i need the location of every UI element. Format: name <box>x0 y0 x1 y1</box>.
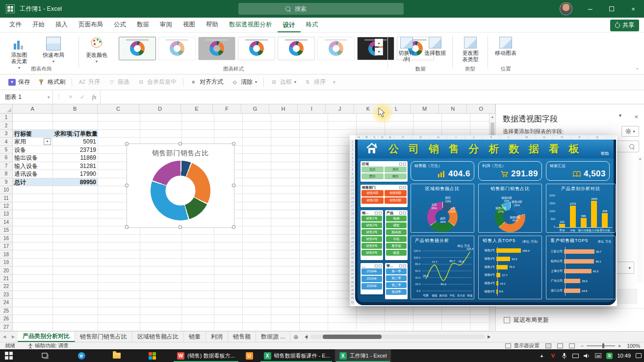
selection-handle[interactable] <box>232 142 235 145</box>
zoom-level[interactable]: 100% <box>627 343 640 349</box>
chart-style-thumbnail-1[interactable] <box>119 37 156 60</box>
taskbar-app[interactable]: U <box>241 349 258 362</box>
checkbox-icon[interactable] <box>504 317 510 323</box>
column-header-E[interactable]: E <box>181 104 213 113</box>
more-dots-icon[interactable]: ⋮ <box>53 90 65 104</box>
pivot-row[interactable]: 设备23719 <box>13 146 98 154</box>
display-settings-button[interactable]: 显示器设置 <box>505 342 540 349</box>
antivirus-tray-icon[interactable]: V <box>549 352 556 359</box>
row-header-3[interactable]: 3 <box>0 130 12 138</box>
row-header-17[interactable]: 17 <box>0 242 12 250</box>
hidden-icons-chevron[interactable]: ▲ <box>538 352 545 359</box>
accessibility-status[interactable]: 辅助功能: 调查 <box>28 342 69 349</box>
maximize-button[interactable] <box>601 0 622 18</box>
tab-文件[interactable]: 文件 <box>4 18 27 32</box>
ime-tray-icon[interactable]: ⌨ <box>594 352 601 359</box>
row-header-22[interactable]: 22 <box>0 283 12 290</box>
zoom-in-icon[interactable]: + <box>618 343 621 349</box>
selection-handle[interactable] <box>125 184 129 187</box>
pane-scrollbar[interactable]: ▲ <box>637 155 643 283</box>
slicer-button-销售1号[interactable]: 销售1号 <box>361 216 382 221</box>
row-header-11[interactable]: 11 <box>0 194 12 202</box>
selection-handle[interactable] <box>232 184 235 187</box>
multiselect-icon[interactable] <box>375 212 378 215</box>
slicer-button-键盘[interactable]: 键盘 <box>386 222 407 228</box>
slicer-button-电脑[interactable]: 电脑 <box>386 216 407 221</box>
slicer-button-南区[interactable]: 南区 <box>385 173 407 179</box>
column-header-C[interactable]: C <box>98 104 139 113</box>
row-header-9[interactable]: 9 <box>0 178 12 186</box>
slicer-button-路由器[interactable]: 路由器 <box>386 229 407 235</box>
slicer-button-第二季[interactable]: 第二季 <box>386 275 407 281</box>
column-header-F[interactable]: F <box>213 104 241 113</box>
row-headers[interactable]: 1234567891011121314151617181920212223242… <box>0 114 13 331</box>
slicer-button-北区[interactable]: 北区 <box>361 167 384 172</box>
change-colors-button[interactable]: 更改颜色▾ <box>81 34 112 65</box>
taskbar-app[interactable]: X销售数据看板课件 - E... <box>259 349 333 362</box>
column-header-O[interactable]: O <box>467 104 495 113</box>
select-all-corner[interactable] <box>0 104 13 114</box>
slicer-button-销售5号[interactable]: 销售5号 <box>361 243 382 249</box>
slicer-button-2020年[interactable]: 2020年 <box>361 283 382 290</box>
row-header-20[interactable]: 20 <box>0 266 12 274</box>
slicer-区域[interactable]: 区域北区东区西区南区 <box>361 161 408 182</box>
pivot-row-label-header[interactable]: 行标签▾ <box>13 130 53 138</box>
slicer-button-西区[interactable]: 西区 <box>361 173 384 179</box>
slicer-季…[interactable]: 季…第一季第二季第三季第四季 <box>385 263 408 299</box>
multiselect-icon[interactable] <box>399 212 402 215</box>
sheet-tab-区域销售额占比[interactable]: 区域销售额占比 <box>132 332 184 342</box>
multiselect-icon[interactable] <box>399 186 402 189</box>
sheet-tab-销售部门销售占比[interactable]: 销售部门销售占比 <box>75 332 132 342</box>
chart-style-thumbnail-5[interactable] <box>278 37 315 60</box>
clear-filter-icon[interactable] <box>379 212 382 215</box>
row-header-2[interactable]: 2 <box>0 121 12 129</box>
row-header-10[interactable]: 10 <box>0 186 12 194</box>
cancel-icon[interactable]: × <box>65 90 77 104</box>
column-header-G[interactable]: G <box>241 104 270 113</box>
qat-对齐方式[interactable]: ≡对齐方式 <box>186 76 227 88</box>
clear-filter-icon[interactable] <box>379 265 382 267</box>
slicer-button-硬盘[interactable]: 硬盘 <box>386 250 407 256</box>
task-view-button[interactable] <box>36 349 54 362</box>
select-data-button[interactable]: 选择数据 <box>421 34 449 56</box>
row-header-4[interactable]: 4 <box>0 138 12 145</box>
sheet-tab-销量[interactable]: 销量 <box>184 332 206 342</box>
new-sheet-button[interactable]: ⊕ <box>290 332 301 342</box>
row-header-27[interactable]: 27 <box>0 323 12 331</box>
slicer-产品[interactable]: 产品电脑键盘路由器手机显示器硬盘 <box>385 210 408 260</box>
selected-pivot-chart[interactable]: 销售部门销售占比 <box>127 144 234 228</box>
pivot-row[interactable]: 输入设备31281 <box>13 162 98 170</box>
row-header-23[interactable]: 23 <box>0 291 12 299</box>
pivot-row-value[interactable]: 17990 <box>53 170 98 178</box>
selection-handle[interactable] <box>232 225 235 229</box>
slicer-button-销售6号[interactable]: 销售6号 <box>361 250 382 256</box>
column-header-K[interactable]: K <box>354 104 383 113</box>
pivot-total-label[interactable]: 总计 <box>13 178 53 186</box>
chart-style-thumbnail-3[interactable] <box>198 37 235 60</box>
pivot-total-value[interactable]: 89950 <box>53 178 98 186</box>
column-header-D[interactable]: D <box>139 104 180 113</box>
row-header-19[interactable]: 19 <box>0 259 12 266</box>
slicer-button-销售4号[interactable]: 销售4号 <box>361 236 382 242</box>
slicer-button-手机[interactable]: 手机 <box>386 236 407 242</box>
pivot-value-header[interactable]: 求和项:订单数量 <box>53 130 98 138</box>
slicer-button-2018年[interactable]: 2018年 <box>361 268 382 275</box>
pivot-table[interactable]: 行标签▾求和项:订单数量家用5091设备23719输出设备11869输入设备31… <box>13 130 98 186</box>
scroll-up-icon[interactable]: ▲ <box>489 114 495 121</box>
normal-view-icon[interactable] <box>545 343 551 348</box>
close-pane-icon[interactable]: × <box>634 113 638 121</box>
multiselect-icon[interactable] <box>399 265 402 267</box>
sheet-tab-利润[interactable]: 利润 <box>206 332 228 342</box>
tab-设计[interactable]: 设计 <box>278 18 301 33</box>
sheet-tab-销售额[interactable]: 销售额 <box>228 332 256 342</box>
column-header-H[interactable]: H <box>269 104 298 113</box>
qat-格式刷[interactable]: 格式刷 <box>34 76 69 88</box>
column-header-I[interactable]: I <box>298 104 326 113</box>
chevron-down-icon[interactable]: ▼ <box>618 113 622 118</box>
tab-开始[interactable]: 开始 <box>27 18 50 32</box>
row-header-13[interactable]: 13 <box>0 210 12 218</box>
qat-保存[interactable]: ▼保存 <box>5 76 33 88</box>
user-avatar[interactable] <box>560 2 572 15</box>
microphone-tray-icon[interactable] <box>561 352 567 359</box>
clear-filter-icon[interactable] <box>403 212 406 215</box>
